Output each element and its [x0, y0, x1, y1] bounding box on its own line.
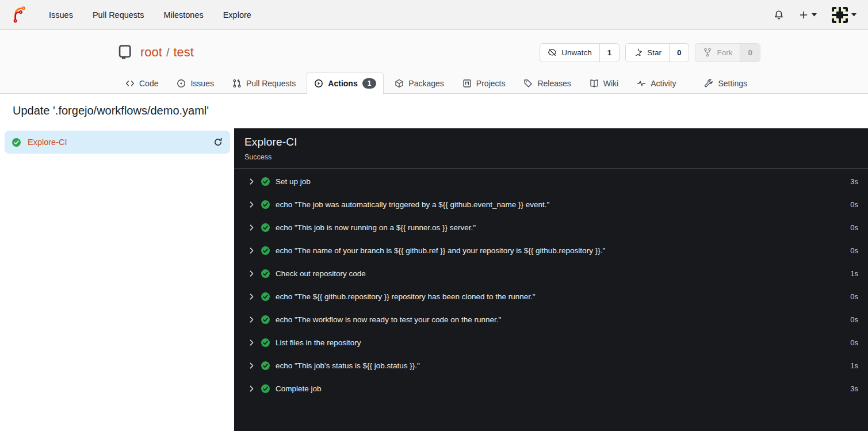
user-avatar[interactable]	[832, 7, 848, 23]
tab-issues[interactable]: Issues	[169, 72, 221, 94]
jobs-sidebar: Explore-CI	[0, 128, 234, 431]
pull-request-icon	[232, 79, 242, 88]
star-label: Star	[647, 48, 661, 57]
tab-packages[interactable]: Packages	[387, 72, 451, 94]
step-duration: 3s	[850, 384, 858, 393]
top-navbar: Issues Pull Requests Milestones Explore	[0, 0, 868, 30]
job-item-explore-ci[interactable]: Explore-CI	[5, 131, 230, 154]
step-success-icon	[261, 315, 270, 325]
forgejo-logo-icon[interactable]	[12, 6, 29, 24]
step-success-icon	[261, 223, 270, 232]
chevron-right-icon[interactable]	[248, 293, 255, 300]
fork-count: 0	[740, 44, 760, 62]
job-label: Explore-CI	[28, 138, 67, 147]
workflow-step-row[interactable]: echo "The ${{ github.repository }} repos…	[234, 285, 868, 308]
step-label: Set up job	[276, 177, 311, 186]
fork-button: Fork 0	[695, 43, 760, 62]
chevron-right-icon[interactable]	[248, 247, 255, 254]
step-label: Complete job	[276, 384, 322, 393]
chevron-right-icon[interactable]	[248, 224, 255, 231]
notifications-bell-icon[interactable]	[774, 10, 784, 20]
run-status: Success	[244, 153, 858, 161]
run-layout: Explore-CI Explore-CI Success Set up job	[0, 128, 868, 431]
repo-name-link[interactable]: test	[173, 45, 193, 60]
step-label: Check out repository code	[276, 269, 366, 278]
tab-pull-requests[interactable]: Pull Requests	[225, 72, 303, 94]
workflow-step-row[interactable]: echo "The job was automatically triggere…	[234, 193, 868, 216]
chevron-right-icon[interactable]	[248, 362, 255, 369]
workflow-step-row[interactable]: Check out repository code 1s	[234, 262, 868, 285]
step-duration: 0s	[850, 223, 858, 232]
wrench-icon	[704, 79, 713, 88]
refresh-icon[interactable]	[213, 138, 223, 147]
unwatch-label: Unwatch	[561, 48, 592, 57]
chevron-right-icon[interactable]	[248, 270, 255, 277]
nav-item-milestones[interactable]: Milestones	[154, 0, 213, 30]
step-success-icon	[261, 292, 270, 302]
tab-activity[interactable]: Activity	[629, 72, 683, 94]
star-count[interactable]: 0	[669, 44, 689, 62]
run-panel-header: Explore-CI Success	[234, 128, 868, 169]
book-icon	[590, 79, 599, 88]
repo-owner-link[interactable]: root	[140, 45, 162, 60]
chevron-down-icon	[851, 13, 856, 17]
workflow-step-row[interactable]: List files in the repository 0s	[234, 331, 868, 354]
tab-settings[interactable]: Settings	[697, 72, 755, 94]
unwatch-button[interactable]: Unwatch 1	[540, 43, 620, 62]
step-label: echo "This job is now running on a ${{ r…	[276, 223, 476, 232]
step-success-icon	[261, 200, 270, 209]
tab-label: Projects	[476, 79, 506, 88]
step-success-icon	[261, 384, 270, 394]
workflow-step-row[interactable]: echo "The name of your branch is ${{ git…	[234, 239, 868, 262]
project-board-icon	[462, 79, 472, 88]
issue-icon	[177, 79, 186, 88]
tab-actions[interactable]: Actions 1	[307, 72, 384, 94]
watch-count[interactable]: 1	[599, 44, 620, 62]
repo-header: root / test Unwatch 1	[0, 30, 868, 94]
tab-label: Pull Requests	[246, 79, 296, 88]
code-icon	[125, 79, 135, 88]
step-duration: 1s	[850, 269, 858, 278]
star-icon	[633, 48, 643, 57]
tab-label: Settings	[718, 79, 747, 88]
step-label: echo "The name of your branch is ${{ git…	[276, 246, 605, 255]
workflow-step-row[interactable]: echo "The workflow is now ready to test …	[234, 308, 868, 331]
chevron-right-icon[interactable]	[248, 339, 255, 346]
chevron-right-icon[interactable]	[248, 201, 255, 208]
create-new-dropdown[interactable]	[799, 10, 817, 20]
step-duration: 0s	[850, 292, 858, 301]
repo-breadcrumb: root / test	[140, 45, 194, 60]
repo-tabs: Code Issues Pull Requests Actions 1 Pack…	[0, 62, 868, 94]
tab-label: Wiki	[603, 79, 618, 88]
tab-label: Code	[139, 79, 158, 88]
tag-icon	[523, 79, 533, 88]
play-circle-icon	[314, 79, 323, 88]
repo-icon	[117, 44, 133, 60]
tab-label: Issues	[190, 79, 213, 88]
tab-code[interactable]: Code	[118, 72, 166, 94]
chevron-right-icon[interactable]	[248, 178, 255, 185]
workflow-step-row[interactable]: Set up job 3s	[234, 170, 868, 193]
tab-projects[interactable]: Projects	[455, 72, 513, 94]
tab-releases[interactable]: Releases	[516, 72, 578, 94]
nav-item-explore[interactable]: Explore	[213, 0, 261, 30]
step-duration: 3s	[850, 177, 858, 186]
chevron-right-icon[interactable]	[248, 316, 255, 323]
nav-item-issues[interactable]: Issues	[39, 0, 83, 30]
user-menu-dropdown[interactable]	[832, 7, 856, 23]
tab-wiki[interactable]: Wiki	[582, 72, 626, 94]
step-duration: 1s	[850, 361, 858, 370]
nav-item-pull-requests[interactable]: Pull Requests	[83, 0, 154, 30]
workflow-step-row[interactable]: Complete job 3s	[234, 377, 868, 400]
job-success-icon	[12, 138, 21, 147]
star-button[interactable]: Star 0	[625, 43, 689, 62]
workflow-step-row[interactable]: echo "This job's status is ${{ job.statu…	[234, 354, 868, 377]
step-success-icon	[261, 269, 270, 279]
step-duration: 0s	[850, 246, 858, 255]
plus-icon	[799, 10, 808, 20]
tab-label: Packages	[408, 79, 443, 88]
eye-slash-icon	[548, 48, 557, 57]
chevron-right-icon[interactable]	[248, 385, 255, 392]
step-duration: 0s	[850, 200, 858, 209]
workflow-step-row[interactable]: echo "This job is now running on a ${{ r…	[234, 216, 868, 239]
